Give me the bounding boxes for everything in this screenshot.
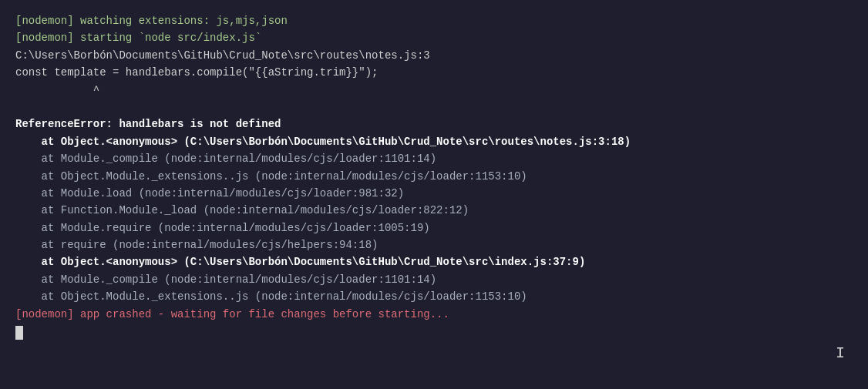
terminal-line-11: at Module.load (node:internal/modules/cj…: [15, 185, 853, 202]
terminal-line-14: at require (node:internal/modules/cjs/he…: [15, 236, 853, 253]
terminal-cursor-line: [15, 324, 853, 341]
terminal-line-7: ReferenceError: handlebars is not define…: [15, 116, 853, 132]
terminal-line-8: at Object.<anonymous> (C:\Users\Borbón\D…: [15, 133, 853, 150]
terminal-line-15: at Object.<anonymous> (C:\Users\Borbón\D…: [15, 253, 853, 270]
terminal-line-18: [nodemon] app crashed - waiting for file…: [15, 306, 853, 323]
terminal-line-10: at Object.Module._extensions..js (node:i…: [15, 168, 853, 185]
terminal-line-6: [15, 99, 853, 116]
terminal-line-4: const template = handlebars.compile("{{a…: [15, 64, 853, 81]
terminal-line-1: [nodemon] watching extensions: js,mjs,js…: [15, 12, 853, 29]
terminal-line-12: at Function.Module._load (node:internal/…: [15, 202, 853, 219]
terminal-line-17: at Object.Module._extensions..js (node:i…: [15, 288, 853, 305]
ibeam-cursor: I: [836, 344, 845, 362]
terminal-line-16: at Module._compile (node:internal/module…: [15, 271, 853, 288]
terminal-line-3: C:\Users\Borbón\Documents\GitHub\Crud_No…: [15, 47, 853, 64]
terminal-window[interactable]: [nodemon] watching extensions: js,mjs,js…: [0, 0, 868, 389]
terminal-line-13: at Module.require (node:internal/modules…: [15, 220, 853, 236]
terminal-line-9: at Module._compile (node:internal/module…: [15, 150, 853, 167]
terminal-line-2: [nodemon] starting `node src/index.js`: [15, 29, 853, 46]
terminal-line-5: ^: [15, 82, 853, 99]
terminal-cursor: [15, 326, 23, 340]
